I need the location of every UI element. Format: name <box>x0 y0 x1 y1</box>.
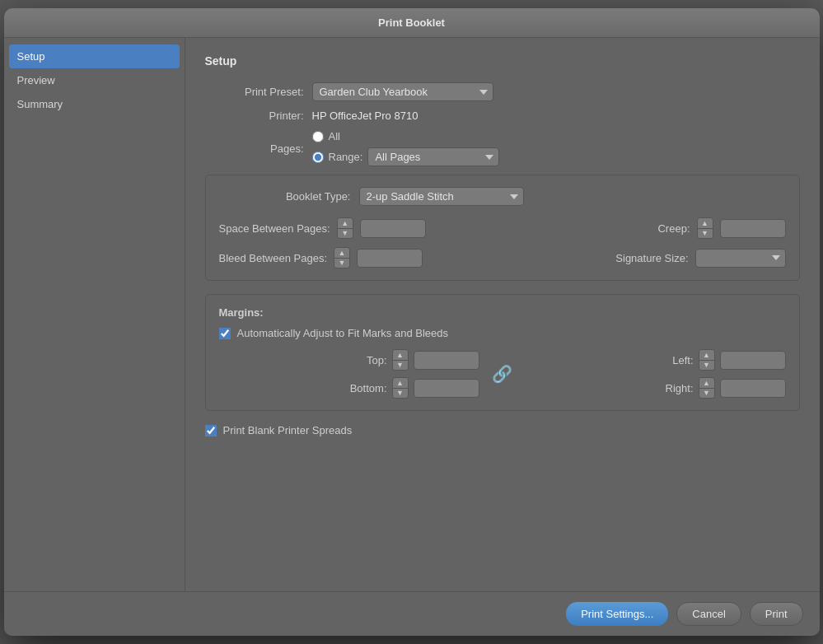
sidebar-item-summary[interactable]: Summary <box>4 92 185 116</box>
pages-all-row: All <box>312 130 500 142</box>
signature-size-label: Signature Size: <box>615 252 688 264</box>
print-blank-checkbox[interactable] <box>205 425 217 436</box>
right-down[interactable]: ▼ <box>699 388 714 398</box>
margins-left-col: Top: ▲ ▼ 0 in Bottom: ▲ ▼ <box>219 349 479 399</box>
creep-up[interactable]: ▲ <box>698 218 713 228</box>
bleed-between-down[interactable]: ▼ <box>334 258 349 268</box>
creep-input[interactable]: 0 in <box>720 219 786 238</box>
top-label: Top: <box>346 354 387 366</box>
bottom-spinner: ▲ ▼ <box>392 377 409 399</box>
margins-section: Margins: Automatically Adjust to Fit Mar… <box>205 294 800 411</box>
cancel-button[interactable]: Cancel <box>676 602 741 626</box>
left-input[interactable]: 0 in <box>720 351 786 370</box>
creep-down[interactable]: ▼ <box>698 228 713 238</box>
bottom-label: Bottom: <box>346 382 387 394</box>
margins-right-col: Left: ▲ ▼ 0 in Right: ▲ ▼ <box>526 349 786 399</box>
top-input[interactable]: 0 in <box>414 351 479 370</box>
top-spinner: ▲ ▼ <box>392 349 409 371</box>
bleed-between-spinner: ▲ ▼ <box>334 247 350 268</box>
auto-adjust-checkbox[interactable] <box>219 328 231 339</box>
creep-container: Creep: ▲ ▼ 0 in <box>515 217 786 239</box>
pages-range-label[interactable]: Range: <box>329 151 363 163</box>
print-settings-button[interactable]: Print Settings... <box>566 602 668 626</box>
margins-title: Margins: <box>219 306 786 319</box>
dialog-title: Print Booklet <box>378 16 445 29</box>
left-spinner: ▲ ▼ <box>699 349 715 371</box>
print-blank-label[interactable]: Print Blank Printer Spreads <box>223 424 353 436</box>
top-up[interactable]: ▲ <box>393 350 408 360</box>
print-button[interactable]: Print <box>750 602 803 626</box>
right-label: Right: <box>652 382 694 394</box>
print-preset-label: Print Preset: <box>205 86 304 98</box>
title-bar: Print Booklet <box>4 8 820 38</box>
creep-spinner: ▲ ▼ <box>697 217 713 239</box>
right-row: Right: ▲ ▼ 0 in <box>526 377 786 399</box>
main-content: Setup Print Preset: Garden Club Yearbook… <box>185 38 820 591</box>
pages-all-label[interactable]: All <box>329 130 340 142</box>
dialog-footer: Print Settings... Cancel Print <box>4 591 820 636</box>
pages-range-row: Range: All Pages Custom Range <box>312 147 500 166</box>
auto-adjust-row: Automatically Adjust to Fit Marks and Bl… <box>219 327 786 339</box>
pages-all-radio[interactable] <box>312 131 324 142</box>
signature-size-select[interactable] <box>695 249 786 268</box>
left-down[interactable]: ▼ <box>699 360 714 370</box>
space-between-container: Space Between Pages: ▲ ▼ <box>219 217 490 239</box>
link-icon: 🔗 <box>486 364 519 384</box>
left-up[interactable]: ▲ <box>699 350 714 360</box>
pages-range-radio[interactable] <box>312 152 324 163</box>
bleed-between-container: Bleed Between Pages: ▲ ▼ <box>219 247 490 268</box>
pages-radio-group: All Range: All Pages Custom Range <box>312 130 500 166</box>
bleed-sig-panel: Bleed Between Pages: ▲ ▼ Signature Size: <box>219 247 786 268</box>
section-title: Setup <box>205 54 800 68</box>
dialog-body: Setup Preview Summary Setup Print Preset… <box>4 38 820 591</box>
space-between-spinner: ▲ ▼ <box>337 217 353 239</box>
space-creep-panel: Space Between Pages: ▲ ▼ Creep: ▲ ▼ <box>219 217 786 239</box>
pages-label: Pages: <box>205 142 304 155</box>
sidebar-item-setup[interactable]: Setup <box>9 44 180 68</box>
space-between-up[interactable]: ▲ <box>338 218 353 228</box>
space-between-input[interactable] <box>360 219 426 238</box>
top-row: Top: ▲ ▼ 0 in <box>219 349 479 371</box>
left-label: Left: <box>652 354 694 366</box>
signature-size-container: Signature Size: <box>515 249 786 268</box>
print-booklet-dialog: Print Booklet Setup Preview Summary Setu… <box>4 8 820 636</box>
margins-grid: Top: ▲ ▼ 0 in Bottom: ▲ ▼ <box>219 349 786 399</box>
bottom-row: Bottom: ▲ ▼ 0 in <box>219 377 479 399</box>
bleed-between-up[interactable]: ▲ <box>334 248 349 258</box>
booklet-type-panel: Booklet Type: 2-up Saddle Stitch 2-up Pe… <box>205 175 800 281</box>
booklet-type-row: Booklet Type: 2-up Saddle Stitch 2-up Pe… <box>219 187 786 206</box>
bleed-between-input[interactable] <box>357 249 423 268</box>
creep-label: Creep: <box>657 222 690 235</box>
booklet-type-label: Booklet Type: <box>219 190 351 203</box>
print-preset-row: Print Preset: Garden Club Yearbook [Defa… <box>205 82 800 101</box>
printer-label: Printer: <box>205 110 304 122</box>
right-up[interactable]: ▲ <box>699 378 714 388</box>
right-input[interactable]: 0 in <box>720 379 786 398</box>
bottom-down[interactable]: ▼ <box>393 388 408 398</box>
auto-adjust-label[interactable]: Automatically Adjust to Fit Marks and Bl… <box>237 327 449 339</box>
space-between-label: Space Between Pages: <box>219 222 330 235</box>
sidebar: Setup Preview Summary <box>4 38 185 591</box>
left-row: Left: ▲ ▼ 0 in <box>526 349 786 371</box>
bottom-up[interactable]: ▲ <box>393 378 408 388</box>
sidebar-item-preview[interactable]: Preview <box>4 68 185 92</box>
bleed-between-label: Bleed Between Pages: <box>219 252 328 264</box>
top-down[interactable]: ▼ <box>393 360 408 370</box>
printer-row: Printer: HP OfficeJet Pro 8710 <box>205 110 800 122</box>
right-spinner: ▲ ▼ <box>699 377 715 399</box>
bottom-input[interactable]: 0 in <box>414 379 479 398</box>
print-preset-select[interactable]: Garden Club Yearbook [Default] Custom <box>312 82 493 101</box>
pages-range-select[interactable]: All Pages Custom Range <box>367 147 499 166</box>
booklet-type-select[interactable]: 2-up Saddle Stitch 2-up Perfect Bound Co… <box>359 187 524 206</box>
print-blank-row: Print Blank Printer Spreads <box>205 424 800 436</box>
pages-row: Pages: All Range: All Pages Custom Range <box>205 130 800 166</box>
space-between-down[interactable]: ▼ <box>338 228 353 238</box>
printer-value: HP OfficeJet Pro 8710 <box>312 110 419 122</box>
